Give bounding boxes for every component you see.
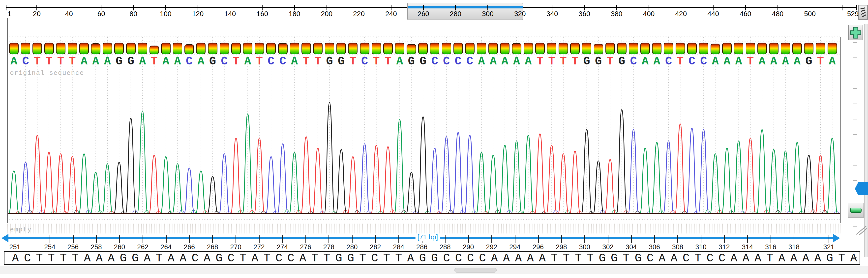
called-base-letter: G [338, 55, 345, 68]
quality-block [231, 43, 241, 54]
plain-base-letter: T [587, 252, 594, 265]
plain-base-letter: A [407, 252, 414, 265]
called-base-letter: C [455, 55, 462, 68]
zoom-slider-dash [854, 42, 857, 43]
called-base-letter: T [34, 55, 41, 68]
plain-base-letter: A [778, 252, 785, 265]
plain-base-letter: T [766, 252, 773, 265]
quality-block [313, 43, 322, 54]
bp-minor-ticks-band [4, 223, 842, 233]
scale-label: 251 [9, 243, 20, 251]
scale-label: 316 [765, 243, 776, 251]
chromatogram-viewer: 1204060801001201401601802002202402602803… [0, 0, 868, 278]
zoom-slider-dash [854, 73, 857, 73]
quality-block [255, 43, 264, 54]
plain-base-letter: T [48, 252, 55, 265]
zoom-out-button[interactable] [848, 203, 864, 217]
plain-base-letter: A [84, 252, 91, 265]
quality-block [828, 43, 837, 54]
scale-tick [515, 235, 516, 243]
scale-label: 288 [440, 243, 451, 251]
called-base-letter: C [688, 55, 695, 68]
called-base-letter: T [607, 55, 614, 68]
zoom-slider-dash [854, 134, 857, 135]
ruler-tick [616, 5, 617, 10]
ruler-label: 120 [192, 10, 204, 18]
scale-tick [282, 235, 283, 243]
scale-label: 258 [91, 243, 102, 251]
scale-label: 298 [556, 243, 567, 251]
ruler-label: 440 [707, 10, 719, 18]
quality-block [290, 43, 299, 54]
quality-block [91, 43, 100, 54]
zoom-slider-dash [854, 104, 857, 104]
scale-tick [829, 235, 829, 243]
horizontal-scrollbar[interactable] [0, 266, 868, 274]
quality-block [652, 43, 661, 54]
plain-base-letter: T [359, 252, 366, 265]
plain-base-letter: T [623, 252, 630, 265]
plain-base-letter: G [611, 252, 618, 265]
called-base-letter: A [244, 55, 251, 68]
ruler-label: 340 [547, 10, 558, 18]
panel-left-edge [7, 18, 8, 223]
scale-label: 292 [486, 243, 497, 251]
plain-base-letter: T [323, 252, 330, 265]
called-base-letter: T [303, 55, 310, 68]
called-base-letter: T [817, 55, 824, 68]
quality-block [161, 43, 170, 54]
ruler-label: 360 [579, 10, 590, 18]
scale-label: 266 [184, 243, 195, 251]
bp-count-label: [71 bp] [415, 233, 440, 241]
scale-label: 304 [625, 243, 637, 251]
plain-base-letter: T [694, 252, 702, 265]
scale-tick [794, 235, 794, 243]
called-base-letter: T [232, 55, 240, 68]
ruler-label: 300 [482, 10, 494, 18]
scale-tick [631, 235, 632, 243]
quality-block [383, 43, 393, 54]
called-base-letter: A [513, 55, 520, 68]
plain-base-letter: T [563, 252, 570, 265]
plain-base-letter: A [731, 252, 737, 265]
called-base-letter: A [794, 55, 801, 68]
scale-label: 280 [347, 243, 358, 251]
scale-label: 296 [532, 243, 544, 251]
quality-block [126, 43, 135, 54]
quality-block [816, 43, 825, 54]
panel-left-edge-outer [5, 35, 5, 223]
zoom-slider-track[interactable] [864, 24, 868, 257]
called-base-letter: C [466, 55, 473, 68]
zoom-in-button[interactable] [848, 25, 863, 40]
scale-tick [771, 235, 771, 243]
scale-tick [445, 235, 445, 243]
ruler-label: 200 [321, 10, 333, 18]
called-base-letter: T [151, 55, 158, 68]
ruler-label: 529 [847, 10, 859, 18]
quality-block [32, 43, 42, 54]
ruler-label: 400 [643, 10, 655, 18]
corner-button[interactable] [858, 5, 868, 20]
called-base-letter: T [373, 55, 380, 68]
called-base-letter: T [560, 55, 567, 68]
zoom-slider-dash [854, 58, 857, 58]
ruler-label: 60 [97, 10, 105, 18]
ruler-tick [133, 5, 134, 10]
quality-block [348, 43, 358, 54]
scale-label: 290 [463, 243, 474, 251]
ruler-tick [777, 5, 778, 10]
ruler-tick [6, 5, 6, 10]
quality-block [79, 43, 89, 54]
scale-label: 312 [718, 243, 730, 251]
quality-block [781, 43, 790, 54]
zoom-slider-dash [854, 88, 857, 89]
horizontal-scrollbar-thumb[interactable] [455, 268, 497, 273]
scale-label: 272 [253, 243, 265, 251]
ruler-tick [745, 5, 746, 10]
plain-base-letter: T [240, 252, 246, 265]
called-base-letter: C [665, 55, 672, 68]
scale-tick [724, 235, 725, 243]
ruler-label: 100 [160, 10, 172, 18]
plain-base-letter: A [790, 252, 797, 265]
plain-base-letter: T [838, 252, 845, 265]
